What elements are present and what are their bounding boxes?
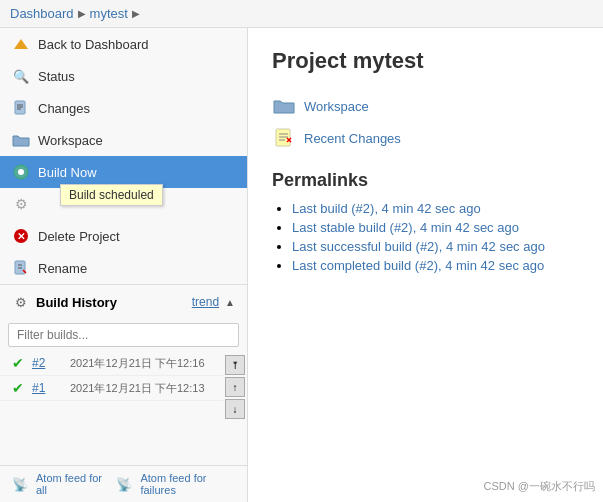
scroll-buttons: ⤒ ↑ ↓ (223, 351, 247, 465)
content-area: Project mytest Workspace (248, 28, 603, 502)
breadcrumb-sep1: ▶ (78, 8, 86, 19)
permalink-link-4[interactable]: Last completed build (#2), 4 min 42 sec … (292, 258, 544, 273)
gear-icon: ⚙ (12, 195, 30, 213)
sidebar-item-status[interactable]: 🔍 Status (0, 60, 247, 92)
atom-failures-link[interactable]: Atom feed for failures (140, 472, 235, 496)
permalinks-list: Last build (#2), 4 min 42 sec ago Last s… (272, 201, 579, 273)
build-scheduled-tooltip: Build scheduled (60, 184, 163, 206)
chevron-up-icon[interactable]: ▲ (225, 297, 235, 308)
build-list: ✔ #2 2021年12月21日 下午12:16 ✔ #1 2021年12月21… (0, 351, 223, 465)
quick-workspace-icon (272, 94, 296, 118)
build-list-container: ✔ #2 2021年12月21日 下午12:16 ✔ #1 2021年12月21… (0, 351, 247, 465)
sidebar-item-delete[interactable]: ✕ Delete Project (0, 220, 247, 252)
trend-link[interactable]: trend (192, 295, 219, 309)
breadcrumb-mytest[interactable]: mytest (90, 6, 128, 21)
arrow-up-icon (12, 35, 30, 53)
build-status-ok-icon: ✔ (12, 355, 28, 371)
quick-link-workspace[interactable]: Workspace (272, 94, 579, 118)
tooltip-text: Build scheduled (69, 188, 154, 202)
quick-changes-icon (272, 126, 296, 150)
svg-point-5 (18, 169, 24, 175)
atom-icon-failures: 📡 (116, 477, 132, 492)
atom-icon-all: 📡 (12, 477, 28, 492)
filter-input-wrap (0, 319, 247, 351)
scroll-up-button[interactable]: ↑ (225, 377, 245, 397)
sidebar-item-rename[interactable]: Rename (0, 252, 247, 284)
build-time-2: 2021年12月21日 下午12:16 (70, 356, 205, 371)
quick-link-recent-changes[interactable]: Recent Changes (272, 126, 579, 150)
breadcrumb: Dashboard ▶ mytest ▶ (0, 0, 603, 28)
filter-builds-input[interactable] (8, 323, 239, 347)
delete-icon: ✕ (12, 227, 30, 245)
sidebar-item-changes[interactable]: Changes (0, 92, 247, 124)
watermark: CSDN @一碗水不行吗 (484, 479, 595, 494)
sidebar-item-workspace[interactable]: Workspace (0, 124, 247, 156)
quick-links: Workspace Recent Changes (272, 94, 579, 150)
build-icon (12, 163, 30, 181)
workspace-label: Workspace (38, 133, 103, 148)
build-status-ok2-icon: ✔ (12, 380, 28, 396)
breadcrumb-dashboard[interactable]: Dashboard (10, 6, 74, 21)
sidebar-item-build-now[interactable]: Build Now Build scheduled (0, 156, 247, 188)
status-label: Status (38, 69, 75, 84)
project-title: Project mytest (272, 48, 579, 74)
list-item: Last completed build (#2), 4 min 42 sec … (292, 258, 579, 273)
build-now-label: Build Now (38, 165, 97, 180)
list-item: Last build (#2), 4 min 42 sec ago (292, 201, 579, 216)
changes-label: Changes (38, 101, 90, 116)
list-item: Last stable build (#2), 4 min 42 sec ago (292, 220, 579, 235)
breadcrumb-sep2: ▶ (132, 8, 140, 19)
build-number-1[interactable]: #1 (32, 381, 62, 395)
changes-icon (12, 99, 30, 117)
permalink-link-2[interactable]: Last stable build (#2), 4 min 42 sec ago (292, 220, 519, 235)
build-item-2[interactable]: ✔ #2 2021年12月21日 下午12:16 (0, 351, 223, 376)
permalinks-section: Permalinks Last build (#2), 4 min 42 sec… (272, 170, 579, 273)
recent-changes-link[interactable]: Recent Changes (304, 131, 401, 146)
sidebar-back[interactable]: Back to Dashboard (0, 28, 247, 60)
magnifier-icon: 🔍 (12, 67, 30, 85)
build-history-title: Build History (36, 295, 186, 310)
permalinks-title: Permalinks (272, 170, 579, 191)
sidebar: Back to Dashboard 🔍 Status Changes (0, 28, 248, 502)
workspace-link[interactable]: Workspace (304, 99, 369, 114)
scroll-down-button[interactable]: ↓ (225, 399, 245, 419)
build-history-header: ⚙ Build History trend ▲ (0, 284, 247, 319)
permalink-link-1[interactable]: Last build (#2), 4 min 42 sec ago (292, 201, 481, 216)
build-time-1: 2021年12月21日 下午12:13 (70, 381, 205, 396)
back-label: Back to Dashboard (38, 37, 149, 52)
permalink-link-3[interactable]: Last successful build (#2), 4 min 42 sec… (292, 239, 545, 254)
rename-icon (12, 259, 30, 277)
build-number-2[interactable]: #2 (32, 356, 62, 370)
history-icon: ⚙ (12, 293, 30, 311)
scroll-top-button[interactable]: ⤒ (225, 355, 245, 375)
workspace-folder-icon (12, 131, 30, 149)
rename-label: Rename (38, 261, 87, 276)
delete-label: Delete Project (38, 229, 120, 244)
atom-all-link[interactable]: Atom feed for all (36, 472, 108, 496)
list-item: Last successful build (#2), 4 min 42 sec… (292, 239, 579, 254)
atom-feeds: 📡 Atom feed for all 📡 Atom feed for fail… (0, 465, 247, 502)
build-item-1[interactable]: ✔ #1 2021年12月21日 下午12:13 (0, 376, 223, 401)
